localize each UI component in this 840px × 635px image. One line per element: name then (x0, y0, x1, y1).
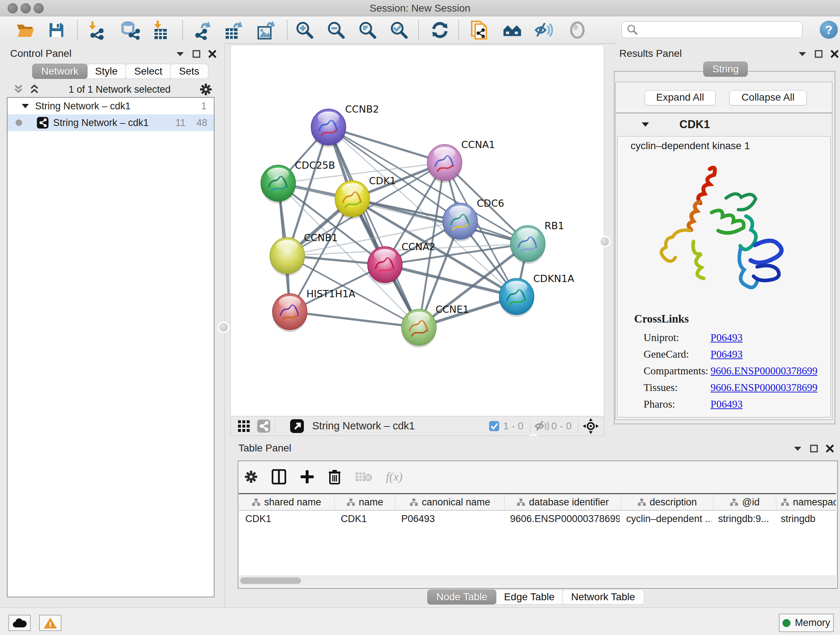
network-row[interactable]: String Network – cdk1 11 48 (8, 114, 214, 131)
table-row[interactable]: CDK1CDK1P064939606.ENSP00000378699cyclin… (239, 510, 836, 527)
cloud-status-button[interactable] (8, 615, 31, 631)
table-hscrollbar[interactable] (239, 576, 836, 586)
import-table-file-button[interactable] (151, 21, 170, 40)
tab-select[interactable]: Select (125, 64, 172, 79)
panel-menu-icon[interactable] (798, 51, 807, 57)
zoom-fit-button[interactable] (358, 21, 377, 40)
panel-menu-icon[interactable] (793, 446, 802, 451)
tab-string[interactable]: String (703, 62, 748, 77)
table-cell[interactable]: stringdb (774, 510, 836, 527)
show-columns-icon[interactable] (272, 469, 286, 485)
tree-expanded-icon[interactable] (21, 103, 29, 109)
float-panel-icon[interactable] (193, 50, 201, 58)
zoom-selected-button[interactable] (390, 21, 409, 40)
import-network-file-button[interactable] (88, 21, 107, 40)
search-input[interactable] (641, 24, 802, 36)
collapse-all-icon[interactable] (13, 84, 24, 95)
network-graph[interactable]: CCNB2CCNA1CDC25BCDK1CDC6RB1CCNB1CCNA2CDK… (231, 45, 604, 416)
export-network-button[interactable] (193, 21, 212, 40)
crosslink-link[interactable]: 9606.ENSP00000378699 (711, 365, 818, 377)
column-header-database-identifier[interactable]: database identifier (505, 494, 621, 510)
add-column-icon[interactable] (300, 470, 314, 484)
save-session-button[interactable] (47, 21, 66, 40)
zoom-in-button[interactable] (295, 21, 314, 40)
table-cell[interactable]: P06493 (395, 510, 504, 527)
left-splitter-grip[interactable] (219, 323, 228, 332)
edge-HIST1H1A-CCNE1[interactable] (290, 312, 419, 327)
network-canvas[interactable]: CCNB2CCNA1CDC25BCDK1CDC6RB1CCNB1CCNA2CDK… (231, 45, 604, 417)
zoom-out-button[interactable] (327, 21, 346, 40)
expand-all-icon[interactable] (29, 84, 40, 95)
import-network-database-button[interactable] (121, 21, 140, 40)
gear-icon[interactable] (199, 83, 212, 96)
string-home-button[interactable] (503, 21, 522, 40)
protein-structure-image (636, 158, 795, 310)
section-expanded-icon[interactable] (641, 122, 650, 127)
export-table-button[interactable] (224, 21, 243, 40)
warning-status-button[interactable]: ! (39, 615, 62, 631)
open-folder-icon (16, 22, 35, 38)
collapse-all-button[interactable]: Collapse All (729, 90, 807, 105)
show-glass-button[interactable] (568, 21, 587, 40)
selected-nodes-checkbox[interactable] (489, 421, 500, 432)
node-CCNA1[interactable]: CCNA1 (427, 139, 495, 183)
refresh-button[interactable] (431, 21, 449, 40)
node-CDC25B[interactable]: CDC25B (261, 160, 335, 203)
toolbar-separator (77, 20, 78, 40)
network-view-toolbar: String Network – cdk1 1 - 0 0 - 0 (231, 416, 604, 436)
close-panel-icon[interactable] (831, 50, 838, 58)
right-splitter-grip[interactable] (600, 237, 609, 246)
table-cell[interactable]: CDK1 (239, 510, 334, 527)
node-CDKN1A[interactable]: CDKN1A (499, 273, 575, 317)
table-cell[interactable]: CDK1 (334, 510, 395, 527)
float-panel-icon[interactable] (815, 50, 823, 58)
edge-CCNB2-CCNA1[interactable] (328, 127, 445, 163)
help-button[interactable]: ? (820, 21, 838, 39)
hscrollbar-thumb[interactable] (240, 578, 301, 584)
tab-edge-table[interactable]: Edge Table (495, 589, 564, 605)
column-header-name[interactable]: name (335, 494, 395, 510)
expand-all-button[interactable]: Expand All (645, 90, 715, 105)
grid-view-icon[interactable] (237, 420, 250, 432)
column-header-shared-name[interactable]: shared name (239, 494, 335, 510)
open-session-button[interactable] (16, 21, 35, 40)
crosslink-link[interactable]: 9606.ENSP00000378699 (711, 382, 818, 394)
close-panel-icon[interactable] (826, 445, 834, 453)
column-header-description[interactable]: description (621, 494, 714, 510)
column-type-icon (638, 498, 646, 506)
table-panel-tabs: Node TableEdge TableNetwork Table (429, 589, 644, 605)
export-image-button[interactable] (257, 21, 276, 40)
tab-network-table[interactable]: Network Table (562, 589, 644, 605)
node-HIST1H1A[interactable]: HIST1H1A (272, 288, 355, 332)
column-header-namespac[interactable]: namespac (776, 494, 836, 510)
column-header--id[interactable]: @id (714, 494, 776, 510)
crosslink-link[interactable]: P06493 (711, 398, 743, 410)
memory-button[interactable]: Memory (779, 614, 834, 632)
float-panel-icon[interactable] (810, 445, 818, 453)
node-RB1[interactable]: RB1 (510, 220, 564, 264)
close-panel-icon[interactable] (208, 50, 216, 58)
delete-column-icon[interactable] (328, 469, 341, 485)
tab-sets[interactable]: Sets (170, 64, 208, 79)
column-header-canonical-name[interactable]: canonical name (395, 494, 505, 510)
table-gear-icon[interactable] (244, 470, 258, 484)
table-cell[interactable]: stringdb:9... (712, 510, 774, 527)
crosslink-link[interactable]: P06493 (711, 348, 743, 360)
table-cell[interactable]: 9606.ENSP00000378699 (504, 510, 620, 527)
fit-content-crosshair-icon[interactable] (583, 418, 599, 434)
gene-section-header[interactable]: CDK1 (616, 113, 832, 136)
results-panel: Results Panel String Expand All Collapse… (616, 43, 840, 435)
table-cell[interactable]: cyclin–dependent ... (620, 510, 712, 527)
tab-network[interactable]: Network (32, 64, 88, 79)
panel-menu-icon[interactable] (176, 51, 185, 57)
network-collection-row[interactable]: String Network – cdk1 1 (8, 98, 214, 114)
string-import-button[interactable] (470, 21, 489, 40)
node-label-CCNB2: CCNB2 (345, 103, 379, 115)
crosslink-link[interactable]: P06493 (711, 332, 743, 344)
tab-style[interactable]: Style (86, 64, 126, 79)
detach-view-icon[interactable] (290, 419, 304, 433)
node-CCNB2[interactable]: CCNB2 (311, 103, 379, 147)
hide-glass-button[interactable] (534, 21, 553, 40)
network-view-share-icon[interactable] (257, 419, 271, 433)
tab-node-table[interactable]: Node Table (427, 589, 496, 605)
